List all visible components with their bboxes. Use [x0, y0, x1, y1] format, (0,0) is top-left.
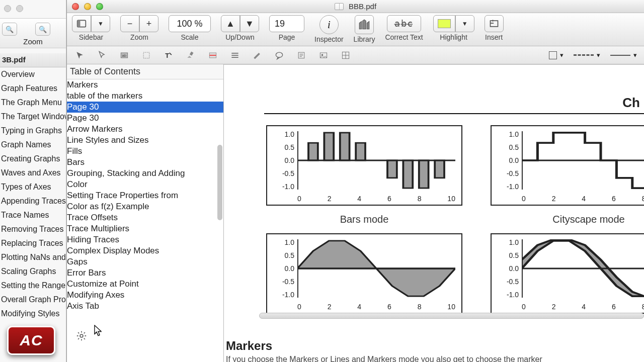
bg-toc-item[interactable]: Graph Names: [0, 138, 66, 152]
bg-toc-item[interactable]: The Graph Menu: [0, 96, 66, 110]
updown-group: ▲ ▼ Up/Down: [221, 15, 259, 41]
toc-item[interactable]: Markers: [67, 79, 223, 90]
toc-item[interactable]: Color: [67, 179, 223, 190]
note-tool-button[interactable]: [291, 48, 311, 62]
bg-traffic-lights: [4, 5, 23, 12]
toc-item[interactable]: table of the markers: [67, 90, 223, 102]
correct-text-button[interactable]: a̶b̶c̶: [387, 15, 421, 32]
toc-item[interactable]: Page 30: [67, 102, 223, 113]
insert-button[interactable]: [485, 15, 504, 32]
bg-min-dot[interactable]: [16, 5, 23, 12]
insert-label: Insert: [485, 33, 503, 41]
bg-toc-item[interactable]: Creating Graphs: [0, 152, 66, 166]
bg-toc-item[interactable]: Appending Traces: [0, 194, 66, 208]
inspector-button[interactable]: i: [319, 15, 339, 34]
highlight-button[interactable]: [433, 15, 455, 32]
comment-tool-button[interactable]: [269, 48, 289, 62]
dash-style-dropdown[interactable]: ▾: [570, 48, 604, 62]
toc-item[interactable]: Gaps: [67, 256, 223, 267]
bg-toc-item[interactable]: Typing in Graphs: [0, 124, 66, 138]
toc-item[interactable]: Modifying Axes: [67, 290, 223, 301]
draw-tool-button[interactable]: [247, 48, 267, 62]
bg-toc-item[interactable]: Plotting NaNs and: [0, 250, 66, 264]
lines-tool-button[interactable]: [225, 48, 245, 62]
chart2-xticks: 0246810: [522, 195, 644, 203]
library-group: Library: [354, 15, 375, 43]
chart4-xticks: 0246810: [522, 303, 644, 311]
toc-item[interactable]: Color as f(z) Example: [67, 201, 223, 212]
sidebar-button[interactable]: [72, 15, 91, 32]
toc-list[interactable]: Markerstable of the markersPage 30Page 3…: [67, 79, 223, 362]
highlight-tool-button[interactable]: [181, 48, 201, 62]
bg-toc-item[interactable]: Modifying Styles: [0, 307, 66, 321]
line-width-dropdown[interactable]: ▾: [606, 48, 641, 62]
sidebar-group: ▼ Sidebar: [72, 15, 110, 41]
zoom-label: Zoom: [130, 33, 148, 41]
library-button[interactable]: [355, 15, 374, 34]
bg-toc-item[interactable]: Overview: [0, 67, 66, 81]
zoom-out-button[interactable]: −: [120, 15, 139, 32]
toc-item[interactable]: Customize at Point: [67, 279, 223, 290]
area-select-button[interactable]: ab: [114, 48, 134, 62]
toc-item[interactable]: Line Styles and Sizes: [67, 135, 223, 146]
bg-tab-title[interactable]: 3B.pdf: [0, 53, 66, 67]
page-input[interactable]: 19: [269, 15, 304, 32]
toc-item[interactable]: Hiding Traces: [67, 234, 223, 245]
insert-group: Insert: [485, 15, 504, 41]
sidebar-menu-button[interactable]: ▼: [91, 15, 110, 32]
bg-zoom-out-button[interactable]: 🔍: [2, 23, 17, 36]
bg-close-dot[interactable]: [4, 5, 11, 12]
bg-toc-item[interactable]: Setting the Range: [0, 279, 66, 293]
bg-toc-item[interactable]: Waves and Axes: [0, 166, 66, 180]
page-up-button[interactable]: ▲: [221, 15, 240, 32]
toc-sidebar: Table of Contents Markerstable of the ma…: [67, 64, 224, 362]
toc-settings-button[interactable]: [76, 330, 87, 343]
bg-toc-item[interactable]: Replacing Traces: [0, 236, 66, 250]
bg-zoom-in-button[interactable]: 🔍: [35, 23, 50, 36]
chart-bars-mode: 1.00.50.0-0.5-1.0 0246810: [266, 125, 462, 206]
svg-rect-24: [308, 143, 318, 160]
toc-item[interactable]: Fills: [67, 146, 223, 157]
toc-item[interactable]: Trace Offsets: [67, 212, 223, 223]
highlight-menu-button[interactable]: ▼: [455, 15, 474, 32]
bg-toc-item[interactable]: Removing Traces: [0, 222, 66, 236]
bg-toc-item[interactable]: Types of Axes: [0, 180, 66, 194]
chart3-yticks: 1.00.50.0-0.5-1.0: [271, 238, 294, 299]
toc-item[interactable]: Setting Trace Properties from: [67, 190, 223, 201]
chart3-xticks: 0246810: [297, 303, 455, 311]
scale-group: 100 % Scale: [169, 15, 211, 41]
bg-toc-list[interactable]: OverviewGraph FeaturesThe Graph MenuThe …: [0, 67, 66, 362]
toc-item[interactable]: Axis Tab: [67, 301, 223, 312]
grid-tool-button[interactable]: [336, 48, 356, 62]
toc-item[interactable]: Page 30: [67, 113, 223, 124]
toc-item[interactable]: Bars: [67, 157, 223, 168]
window-title-text: BBB.pdf: [349, 2, 376, 11]
bg-toc-item[interactable]: Scaling Graphs: [0, 264, 66, 279]
image-tool-button[interactable]: [313, 48, 334, 62]
select-tool-button[interactable]: [92, 48, 112, 62]
toc-item[interactable]: Error Bars: [67, 267, 223, 279]
move-tool-button[interactable]: [70, 48, 90, 62]
annotation-toolbar: ab T ▾ ▾ ▾: [67, 46, 644, 64]
page-hscrollbar[interactable]: [259, 313, 644, 319]
toc-item[interactable]: Grouping, Stacking and Adding: [67, 168, 223, 179]
bg-toc-item[interactable]: Trace Names: [0, 208, 66, 222]
strike-tool-button[interactable]: [203, 48, 223, 62]
correct-group: a̶b̶c̶ Correct Text: [385, 15, 423, 41]
fill-style-dropdown[interactable]: ▾: [545, 48, 568, 62]
toc-item[interactable]: Arrow Markers: [67, 124, 223, 135]
bg-toc-item[interactable]: The Target Window: [0, 110, 66, 124]
page-viewer[interactable]: Ch 1.00.50.0-0.5-1.0 0246810 Bars mode 1…: [224, 64, 644, 362]
toc-item[interactable]: Complex Display Modes: [67, 245, 223, 256]
toc-item[interactable]: Trace Multipliers: [67, 223, 223, 234]
svg-rect-27: [356, 143, 365, 160]
zoom-in-button[interactable]: +: [139, 15, 158, 32]
page-down-button[interactable]: ▼: [240, 15, 259, 32]
text-tool-button[interactable]: T: [158, 48, 179, 62]
bg-toc-item[interactable]: Graph Features: [0, 81, 66, 96]
toc-header: Table of Contents: [67, 64, 223, 79]
bg-toc-item[interactable]: Overall Graph Properties: [0, 293, 66, 307]
scale-value[interactable]: 100 %: [169, 15, 211, 32]
toc-scrollbar[interactable]: [217, 145, 222, 220]
crop-button[interactable]: [136, 48, 156, 62]
